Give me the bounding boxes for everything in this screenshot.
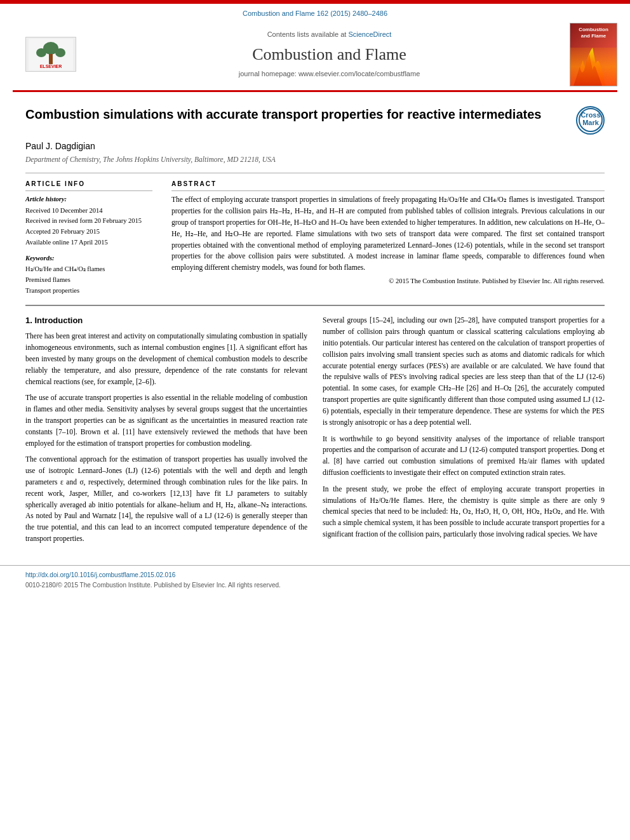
main-columns: 1. Introduction There has been great int…	[25, 315, 605, 549]
header: Combustion and Flame 162 (2015) 2480–248…	[0, 4, 630, 92]
article-title-section: Combustion simulations with accurate tra…	[25, 101, 605, 135]
keyword-item-1: H₂/O₂/He and CH₄/O₂ flames	[25, 264, 152, 275]
keywords-section: Keywords: H₂/O₂/He and CH₄/O₂ flames Pre…	[25, 253, 152, 297]
section-divider	[25, 173, 605, 173]
science-direct-line: Contents lists available at ScienceDirec…	[267, 30, 392, 40]
right-paragraph-3: In the present study, we probe the effec…	[323, 484, 605, 540]
journal-title-main: Combustion and Flame	[252, 43, 406, 67]
history-item-3: Accepted 20 February 2015	[25, 227, 152, 237]
crossmark[interactable]: Cross Mark	[576, 106, 605, 135]
crossmark-inner: Cross Mark	[576, 106, 605, 135]
history-item-1: Received 10 December 2014	[25, 206, 152, 217]
author-affiliation: Department of Chemistry, The Johns Hopki…	[25, 154, 605, 165]
article-info-heading: ARTICLE INFO	[25, 180, 152, 192]
svg-rect-2	[49, 54, 53, 64]
abstract-text: The effect of employing accurate transpo…	[171, 194, 605, 274]
intro-paragraph-2: The use of accurate transport properties…	[25, 392, 307, 449]
right-paragraph-1: Several groups [15–24], including our ow…	[323, 315, 605, 428]
keyword-item-2: Premixed flames	[25, 275, 152, 286]
info-columns: ARTICLE INFO Article history: Received 1…	[25, 180, 605, 297]
journal-header-center: Contents lists available at ScienceDirec…	[89, 30, 570, 79]
elsevier-logo: ELSEVIER	[13, 37, 89, 72]
svg-point-3	[36, 48, 46, 57]
journal-ref-line: Combustion and Flame 162 (2015) 2480–248…	[243, 9, 387, 19]
journal-cover-title: Combustion and Flame	[573, 27, 613, 40]
header-inner: ELSEVIER Contents lists available at Sci…	[13, 23, 617, 86]
doi-line[interactable]: http://dx.doi.org/10.1016/j.combustflame…	[25, 571, 605, 580]
right-col: Several groups [15–24], including our ow…	[323, 315, 605, 549]
author-name: Paul J. Dagdigian	[25, 140, 605, 152]
keyword-item-3: Transport properties	[25, 286, 152, 297]
abstract-col: ABSTRACT The effect of employing accurat…	[171, 180, 605, 297]
right-paragraph-2: It is worthwhile to go beyond sensitivit…	[323, 434, 605, 479]
footer: http://dx.doi.org/10.1016/j.combustflame…	[0, 565, 630, 594]
footer-copyright: 0010-2180/© 2015 The Combustion Institut…	[25, 581, 605, 590]
page: Combustion and Flame 162 (2015) 2480–248…	[0, 0, 630, 840]
article-body: Combustion simulations with accurate tra…	[0, 92, 630, 559]
article-info-col: ARTICLE INFO Article history: Received 1…	[25, 180, 152, 297]
abstract-heading: ABSTRACT	[171, 180, 605, 192]
section-1-number: 1.	[25, 316, 32, 325]
elsevier-logo-graphic: ELSEVIER	[25, 37, 76, 72]
history-item-2: Received in revised form 20 February 201…	[25, 216, 152, 227]
section-1-title: Introduction	[34, 316, 83, 325]
journal-cover: Combustion and Flame	[570, 23, 617, 86]
intro-paragraph-3: The conventional approach for the estima…	[25, 454, 307, 545]
science-direct-link[interactable]: ScienceDirect	[348, 30, 391, 38]
homepage-line: journal homepage: www.elsevier.com/locat…	[239, 69, 420, 79]
science-direct-prefix: Contents lists available at	[267, 30, 347, 38]
history-title: Article history:	[25, 194, 152, 204]
red-divider	[13, 90, 617, 92]
section-1-heading: 1. Introduction	[25, 315, 307, 327]
article-title: Combustion simulations with accurate tra…	[25, 106, 576, 123]
article-history: Article history: Received 10 December 20…	[25, 194, 152, 248]
history-item-4: Available online 17 April 2015	[25, 237, 152, 248]
left-col: 1. Introduction There has been great int…	[25, 315, 307, 549]
svg-text:Mark: Mark	[582, 119, 600, 126]
svg-text:ELSEVIER: ELSEVIER	[40, 64, 62, 69]
svg-text:Cross: Cross	[580, 111, 600, 119]
journal-ref-text: Combustion and Flame 162 (2015) 2480–248…	[243, 10, 387, 17]
content-divider	[25, 305, 605, 306]
copyright-line: © 2015 The Combustion Institute. Publish…	[171, 276, 605, 286]
intro-paragraph-1: There has been great interest and activi…	[25, 331, 307, 387]
homepage-text: journal homepage: www.elsevier.com/locat…	[239, 70, 420, 77]
svg-point-4	[55, 48, 65, 57]
keywords-title: Keywords:	[25, 253, 152, 263]
